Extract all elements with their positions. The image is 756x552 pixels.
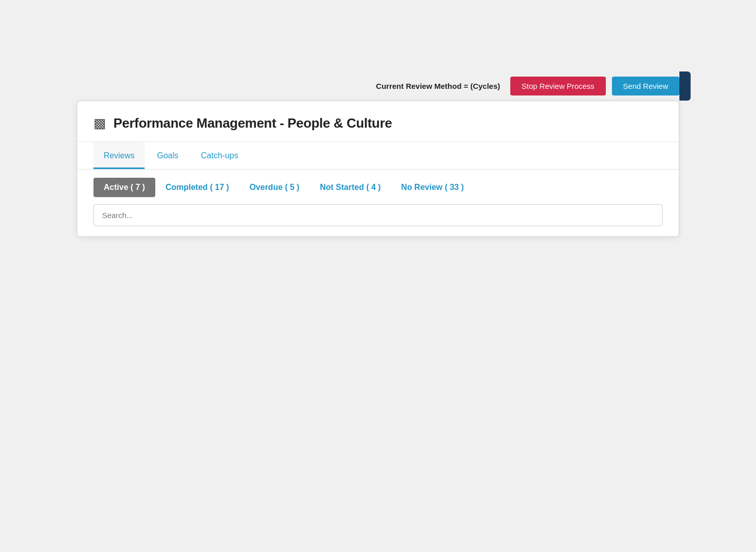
status-filter-active[interactable]: Active ( 7 ) <box>93 178 155 197</box>
top-bar: Current Review Method = (Cycles) Stop Re… <box>77 71 679 101</box>
tabs-row: Reviews Goals Catch-ups <box>77 142 679 170</box>
review-method-label: Current Review Method = (Cycles) <box>376 82 500 90</box>
status-filter-completed[interactable]: Completed ( 17 ) <box>155 178 239 197</box>
stop-review-button[interactable]: Stop Review Process <box>510 77 606 95</box>
main-card: ▩ Performance Management - People & Cult… <box>77 101 679 237</box>
status-filter-overdue[interactable]: Overdue ( 5 ) <box>239 178 310 197</box>
outer-container: Current Review Method = (Cycles) Stop Re… <box>77 71 679 237</box>
page-title: Performance Management - People & Cultur… <box>113 115 392 131</box>
search-row <box>77 197 679 226</box>
chart-icon: ▩ <box>93 115 106 131</box>
status-filter-row: Active ( 7 ) Completed ( 17 ) Overdue ( … <box>77 170 679 197</box>
send-review-button[interactable]: Send Review <box>612 77 679 95</box>
page-title-row: ▩ Performance Management - People & Cult… <box>77 101 679 142</box>
status-filter-not-started[interactable]: Not Started ( 4 ) <box>310 178 391 197</box>
status-filter-no-review[interactable]: No Review ( 33 ) <box>391 178 474 197</box>
tab-catchups[interactable]: Catch-ups <box>191 142 248 169</box>
search-input[interactable] <box>93 204 663 226</box>
right-accent-decoration <box>679 71 691 101</box>
tab-reviews[interactable]: Reviews <box>93 142 145 169</box>
tab-goals[interactable]: Goals <box>147 142 188 169</box>
